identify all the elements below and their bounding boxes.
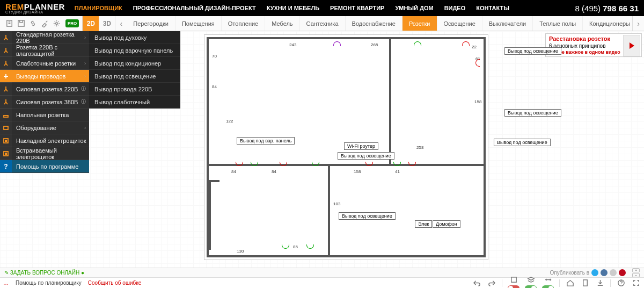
side-lbl: Помощь по программе [16, 163, 78, 170]
svg-rect-3 [4, 116, 8, 117]
nav-design[interactable]: ПРОФЕССИОНАЛЬНЫЙ ДИЗАЙН-ПРОЕКТ [133, 5, 256, 11]
sub-light[interactable]: Вывод под освещение [89, 70, 180, 83]
plan-label-domofon[interactable]: Домофон [433, 220, 460, 228]
tab-sockets[interactable]: Розетки [402, 16, 437, 31]
nav-planner[interactable]: ПЛАНИРОВЩИК [75, 5, 122, 11]
plan-label-light2[interactable]: Вывод под освещение [504, 109, 561, 117]
footer-report-link[interactable]: Сообщить об ошибке [88, 280, 141, 286]
tab-water[interactable]: Водоснабжение [346, 16, 402, 31]
plan-label-light1[interactable]: Вывод под освещение [504, 47, 561, 55]
plan-label-light6[interactable]: Вывод под освещение [338, 152, 394, 160]
tab-furniture[interactable]: Мебель [265, 16, 299, 31]
sub-hob[interactable]: Вывод под варочную панель [89, 44, 180, 57]
download-icon[interactable] [595, 278, 605, 288]
logo[interactable]: REMPLANNER СТУДИЯ ДИЗАЙНА [5, 2, 65, 14]
nav-kitchen[interactable]: КУХНИ И МЕБЕЛЬ [267, 5, 319, 11]
help-icon[interactable] [616, 278, 626, 288]
fullscreen-icon[interactable] [631, 278, 641, 288]
ask-online-link[interactable]: ✎ ЗАДАТЬ ВОПРОС ОНЛАЙН ● [4, 270, 84, 276]
side-power-380[interactable]: Силовая розетка 380Вⓘ [0, 96, 89, 109]
svg-rect-4 [4, 126, 8, 129]
home-icon[interactable] [565, 278, 575, 288]
view-2d[interactable]: 2D [83, 16, 99, 31]
side-lbl: Напольная розетка [16, 112, 69, 118]
side-lbl: Выводы проводов [16, 73, 65, 80]
nav-renovation[interactable]: РЕМОНТ КВАРТИР [330, 5, 384, 11]
side-lbl: Накладной электрощиток [16, 138, 86, 144]
socket-icon[interactable] [414, 41, 421, 46]
side-builtin-panel[interactable]: Встраиваемый электрощиток [0, 147, 89, 160]
socket-icon[interactable] [282, 244, 289, 249]
plan-label-light3[interactable]: Вывод под освещение [494, 139, 551, 146]
tabs-scroll-left-icon[interactable]: ‹ [115, 16, 127, 31]
side-surface-panel[interactable]: Накладной электрощиток [0, 134, 89, 147]
socket-icon[interactable] [462, 41, 470, 46]
canvas[interactable]: Стандартная розетка 220В› Розетка 220В с… [0, 31, 644, 268]
sub-220[interactable]: Вывод провода 220В [89, 83, 180, 96]
tabs-scroll-right-icon[interactable]: › [632, 16, 644, 31]
side-waterproof-220[interactable]: Розетка 220В с влагозащитой [0, 44, 89, 57]
tools-icon[interactable] [39, 18, 50, 30]
tab-switches[interactable]: Выключатели [482, 16, 533, 31]
nav-smarthome[interactable]: УМНЫЙ ДОМ [395, 5, 433, 11]
tab-ac[interactable]: Кондиционеры [583, 16, 632, 31]
toggle-b[interactable] [525, 285, 537, 288]
dim-158a: 158 [474, 99, 481, 104]
link-icon[interactable] [27, 18, 39, 30]
tab-rooms[interactable]: Помещения [175, 16, 222, 31]
side-equipment[interactable]: Оборудование› [0, 121, 89, 134]
question-icon: ? [4, 163, 8, 170]
side-standard-220[interactable]: Стандартная розетка 220В› [0, 31, 89, 44]
socket-icon[interactable] [333, 41, 341, 46]
layer-tabs: Перегородки Помещения Отопление Мебель С… [127, 16, 632, 31]
info-icon: ⓘ [81, 98, 86, 105]
sub-oven[interactable]: Вывод под духовку [89, 31, 180, 44]
info-icon: ⓘ [81, 85, 86, 92]
svg-point-2 [55, 23, 57, 25]
side-lowvolt[interactable]: Слаботочные розетки› [0, 57, 89, 70]
footer-bar: … Помощь по планировщику Сообщить об оши… [0, 277, 644, 288]
tab-partitions[interactable]: Перегородки [127, 16, 175, 31]
plan-label-wifi[interactable]: Wi-Fi роутер [344, 142, 378, 150]
tab-plumbing[interactable]: Сантехника [300, 16, 346, 31]
plan-label-light5[interactable]: Вывод под освещение [339, 212, 396, 220]
sub-lowv[interactable]: Вывод слаботочный [89, 96, 180, 109]
settings-icon[interactable] [50, 18, 62, 30]
side-lbl: Слаботочные розетки [16, 60, 76, 67]
phone-prefix: 8 (495) [575, 4, 603, 13]
view-toggle: 2D 3D [83, 16, 115, 31]
sub-ac[interactable]: Вывод под кондиционер [89, 57, 180, 70]
nav-video[interactable]: ВИДЕО [444, 5, 466, 11]
redo-icon[interactable] [487, 278, 496, 288]
plan-label-hob[interactable]: Вывод под вар. панель [237, 137, 295, 145]
dim-70: 70 [212, 54, 217, 59]
top-navbar: REMPLANNER СТУДИЯ ДИЗАЙНА ПЛАНИРОВЩИК ПР… [0, 0, 644, 16]
svg-rect-5 [4, 139, 8, 143]
side-lbl: Розетка 220В с влагозащитой [16, 44, 89, 57]
plan-label-elec[interactable]: Элек [415, 220, 432, 228]
new-file-icon[interactable] [3, 18, 15, 30]
socket-icon[interactable] [306, 244, 314, 249]
footer-help-link[interactable]: Помощь по планировщику [16, 280, 82, 286]
play-icon [623, 35, 640, 56]
tab-floorheat[interactable]: Теплые полы [533, 16, 583, 31]
page-icon[interactable] [580, 278, 590, 288]
view-3d[interactable]: 3D [99, 16, 115, 31]
tab-lighting[interactable]: Освещение [437, 16, 482, 31]
save-icon[interactable] [15, 18, 27, 30]
phone-number[interactable]: 8 (495) 798 66 31 [575, 4, 639, 13]
toggle-a[interactable] [508, 285, 519, 288]
toggle-c[interactable] [542, 285, 554, 288]
undo-icon[interactable] [472, 278, 481, 288]
side-floor-socket[interactable]: Напольная розетка [0, 109, 89, 121]
pro-badge[interactable]: PRO [65, 19, 79, 27]
socket-icon[interactable] [475, 59, 480, 67]
side-wireouts[interactable]: Выводы проводов› [0, 70, 89, 83]
nav-contacts[interactable]: КОНТАКТЫ [476, 5, 509, 11]
tab-heating[interactable]: Отопление [222, 16, 265, 31]
dim-103: 103 [333, 201, 340, 206]
side-power-220[interactable]: Силовая розетка 220Вⓘ [0, 83, 89, 96]
side-help[interactable]: ?Помощь по программе [0, 160, 89, 173]
footer-tools [472, 275, 641, 288]
floor-plan[interactable]: 243 265 22 70 61 84 158 122 258 84 84 41… [204, 34, 488, 260]
